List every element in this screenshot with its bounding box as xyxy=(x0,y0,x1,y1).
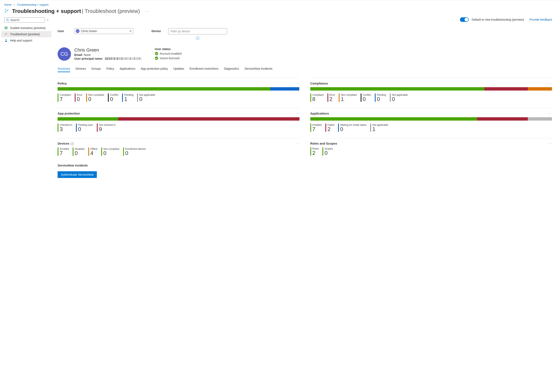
metric-value: 1 xyxy=(124,96,133,102)
card-more-icon[interactable]: ··· xyxy=(296,112,299,115)
metric-value: 0 xyxy=(78,126,93,132)
wrench-icon xyxy=(4,33,8,36)
chevron-right-icon: > xyxy=(13,3,15,6)
metric: Not checked in9 xyxy=(97,123,115,132)
support-person-icon xyxy=(4,39,8,42)
card-app-protection: App protection···Checked in3Pending sync… xyxy=(57,108,299,132)
distribution-bar xyxy=(57,87,299,90)
card-more-icon[interactable]: ··· xyxy=(548,82,552,85)
metric-color-tick xyxy=(57,123,58,132)
sidebar-item-label: Help and support xyxy=(10,39,32,42)
tab-groups[interactable]: Groups xyxy=(91,66,101,72)
metric-color-tick xyxy=(310,93,311,102)
metric-value: 0 xyxy=(392,96,408,102)
provide-feedback-link[interactable]: Provide feedback xyxy=(529,18,552,21)
metric: Not applicable0 xyxy=(390,93,408,102)
metric-value: 2 xyxy=(329,96,335,102)
metric-value: 0 xyxy=(125,150,146,156)
tab-enrollment-restrictions[interactable]: Enrollment restrictions xyxy=(190,66,219,72)
metric: Checked in3 xyxy=(57,123,72,132)
device-filter-input[interactable]: Filter by device xyxy=(168,28,227,34)
metric-color-tick xyxy=(375,93,376,102)
metric-color-tick xyxy=(122,93,123,102)
collapse-sidebar-icon[interactable]: « xyxy=(47,19,49,22)
metric-value: 9 xyxy=(99,126,115,132)
metric-value: 2 xyxy=(312,150,319,156)
tab-applications[interactable]: Applications xyxy=(120,66,135,72)
metric-color-tick xyxy=(328,93,328,102)
metric: Pending0 xyxy=(375,93,386,102)
metric: Enrolled7 xyxy=(57,147,69,156)
info-icon[interactable]: i xyxy=(71,142,74,145)
metric-color-tick xyxy=(123,147,124,156)
svg-line-1 xyxy=(8,21,9,22)
metric: Failed2 xyxy=(325,123,334,132)
metric-color-tick xyxy=(137,93,138,102)
tab-app-protection-policy[interactable]: App protection policy xyxy=(141,66,168,72)
guided-scenarios-icon xyxy=(4,26,8,30)
metric-color-tick xyxy=(75,93,75,102)
metric-value: 4 xyxy=(90,150,98,156)
tab-summary[interactable]: Summary xyxy=(57,66,70,72)
metric-value: 0 xyxy=(139,96,155,102)
metric-color-tick xyxy=(76,123,77,132)
metric: Disabled0 xyxy=(73,147,84,156)
metric-color-tick xyxy=(57,93,58,102)
metric-color-tick xyxy=(322,147,323,156)
metric-color-tick xyxy=(361,93,361,102)
card-more-icon[interactable]: ··· xyxy=(548,142,552,145)
breadcrumb: Home > Troubleshooting + support xyxy=(0,2,557,8)
authenticate-servicenow-button[interactable]: Authenticate ServiceNow xyxy=(57,171,97,178)
metric-value: 2 xyxy=(328,126,334,132)
user-filter-input[interactable]: CG Chris Green ✕ xyxy=(74,28,133,34)
metric-value: 0 xyxy=(77,96,82,102)
card-more-icon[interactable]: ··· xyxy=(296,82,299,85)
breadcrumb-home[interactable]: Home xyxy=(4,3,11,6)
breadcrumb-current[interactable]: Troubleshooting + support xyxy=(17,3,49,6)
status-account-enabled: Account enabled xyxy=(155,52,181,55)
card-title: Policy xyxy=(57,82,67,85)
metric-value: 0 xyxy=(88,96,104,102)
metric: Compliant8 xyxy=(310,93,324,102)
sidebar-item-help-support[interactable]: Help and support xyxy=(1,37,51,44)
metric-value: 7 xyxy=(60,150,69,156)
tab-servicenow-incidents[interactable]: ServiceNow incidents xyxy=(244,66,272,72)
more-icon[interactable]: ··· xyxy=(145,10,149,13)
card-title: App protection xyxy=(57,112,80,115)
sidebar-search[interactable]: Search xyxy=(4,17,45,23)
card-title: Devicesi xyxy=(57,142,74,145)
metric-value: 0 xyxy=(377,96,386,102)
tab-devices[interactable]: Devices xyxy=(75,66,86,72)
metric: Compliant7 xyxy=(57,93,71,102)
sidebar-item-troubleshoot[interactable]: Troubleshoot (preview) xyxy=(1,31,51,37)
card-servicenow: ServiceNow incidents Authenticate Servic… xyxy=(57,164,552,178)
tab-policy[interactable]: Policy xyxy=(106,66,114,72)
metric: Pending sync0 xyxy=(76,123,93,132)
metric: Installed7 xyxy=(310,123,322,132)
clear-user-icon[interactable]: ✕ xyxy=(129,29,132,33)
default-troubleshooting-toggle[interactable] xyxy=(460,17,469,22)
sidebar-item-guided-scenarios[interactable]: Guided scenarios (preview) xyxy=(1,25,51,31)
metric-color-tick xyxy=(310,123,311,132)
metric-value: 0 xyxy=(75,150,84,156)
card-title: Compliance xyxy=(310,82,328,85)
user-email: Email: None xyxy=(74,53,142,57)
distribution-bar xyxy=(310,87,552,90)
user-avatar-small: CG xyxy=(76,29,80,33)
card-more-icon[interactable]: ··· xyxy=(296,142,299,145)
metric-color-tick xyxy=(325,123,326,132)
device-filter-label: Device xyxy=(152,28,163,33)
servicenow-title: ServiceNow incidents xyxy=(57,164,552,167)
card-roles-scopes: Roles and Scopes···Roles2Scopes0 xyxy=(310,138,552,156)
metric-value: 7 xyxy=(312,126,322,132)
card-more-icon[interactable]: ··· xyxy=(548,112,552,115)
tab-updates[interactable]: Updates xyxy=(173,66,184,72)
metric: Conflict0 xyxy=(361,93,371,102)
toolbar: Default to new troubleshooting (preview)… xyxy=(57,17,552,22)
info-icon[interactable]: i xyxy=(196,37,199,40)
metric-color-tick xyxy=(339,93,340,102)
metric-color-tick xyxy=(101,147,102,156)
metric-value: 0 xyxy=(363,96,371,102)
tab-diagnostics[interactable]: Diagnostics xyxy=(224,66,239,72)
page-title-row: Troubleshooting + support | Troubleshoot… xyxy=(0,8,557,17)
